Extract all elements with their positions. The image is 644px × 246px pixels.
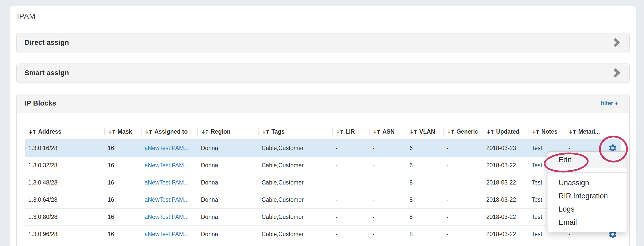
assigned-to-link[interactable]: aNewTestIPAM... [145, 231, 189, 237]
cell-lir: - [332, 196, 369, 203]
cell-updated: 2018-03-22 [483, 162, 528, 169]
table-row[interactable]: 1.3.0.96/28 16 aNewTestIPAM... Donna Cab… [25, 226, 621, 243]
column-header-region[interactable]: ↓↑Region [197, 128, 258, 135]
cell-asn: - [369, 196, 406, 203]
table-row[interactable]: 1.3.0.32/28 16 aNewTestIPAM... Donna Cab… [25, 157, 621, 174]
cell-tags: Cable,Customer [258, 214, 332, 220]
sort-icon: ↓↑ [486, 129, 494, 135]
column-header-lir[interactable]: ↓↑LIR [332, 128, 369, 135]
cell-region: Donna [197, 231, 258, 238]
column-header-address[interactable]: ↓↑Address [25, 128, 104, 135]
cell-vlan: 8 [406, 196, 443, 203]
ip-blocks-panel: IP Blocks filter + ↓↑Address ↓↑Mask ↓↑As… [16, 94, 630, 246]
cell-vlan: 6 [406, 162, 443, 169]
cell-notes: Test [528, 145, 565, 152]
sort-icon: ↓↑ [373, 129, 380, 135]
sort-icon: ↓↑ [28, 129, 36, 135]
ip-blocks-table: ↓↑Address ↓↑Mask ↓↑Assigned to ↓↑Region … [25, 124, 621, 243]
cell-address: 1.3.0.64/28 [25, 196, 104, 203]
cell-mask: 16 [104, 145, 141, 152]
chevron-right-icon [613, 68, 620, 77]
cell-generic: - [443, 214, 483, 220]
sort-icon: ↓↑ [262, 129, 269, 135]
cell-asn: - [369, 145, 406, 152]
column-header-metadata[interactable]: ↓↑Metad... [565, 128, 604, 135]
cell-generic: - [443, 231, 483, 238]
ip-blocks-title: IP Blocks [25, 99, 56, 107]
cell-tags: Cable,Customer [258, 231, 332, 238]
cell-updated: 2018-03-22 [483, 196, 528, 203]
cell-lir: - [332, 162, 369, 169]
cell-mask: 16 [104, 214, 141, 220]
filter-toggle-link[interactable]: filter + [601, 100, 618, 107]
menu-item-email[interactable]: Email [547, 216, 627, 229]
sort-icon: ↓↑ [532, 129, 539, 135]
table-row[interactable]: 1.3.0.16/28 16 aNewTestIPAM... Donna Cab… [25, 139, 621, 157]
ip-blocks-header: IP Blocks filter + [17, 94, 629, 113]
cell-address: 1.3.0.80/28 [25, 214, 104, 220]
menu-item-rir-integration[interactable]: RIR Integration [547, 189, 627, 202]
table-row[interactable]: 1.3.0.80/28 16 aNewTestIPAM... Donna Cab… [25, 208, 621, 226]
page-title: IPAM [17, 12, 35, 20]
cell-mask: 16 [104, 179, 141, 186]
cell-generic: - [443, 196, 483, 203]
sort-icon: ↓↑ [447, 129, 454, 135]
sort-icon: ↓↑ [108, 129, 115, 135]
cell-generic: - [443, 162, 483, 169]
cell-mask: 16 [104, 162, 141, 169]
cell-lir: - [332, 214, 369, 220]
column-header-updated[interactable]: ↓↑Updated [483, 128, 528, 135]
smart-assign-label: Smart assign [25, 69, 69, 77]
smart-assign-panel[interactable]: Smart assign [16, 64, 630, 82]
column-header-generic[interactable]: ↓↑Generic [443, 128, 483, 135]
sort-icon: ↓↑ [145, 129, 152, 135]
cell-mask: 16 [104, 196, 141, 203]
column-header-notes[interactable]: ↓↑Notes [528, 128, 565, 135]
cell-tags: Cable,Customer [258, 162, 332, 169]
row-actions-dropdown-menu: Edit Unassign RIR Integration Logs Email [547, 151, 627, 232]
cell-region: Donna [197, 196, 258, 203]
assigned-to-link[interactable]: aNewTestIPAM... [145, 162, 189, 169]
cell-asn: - [369, 231, 406, 238]
column-header-tags[interactable]: ↓↑Tags [258, 128, 332, 135]
column-header-mask[interactable]: ↓↑Mask [104, 128, 141, 135]
cell-tags: Cable,Customer [258, 145, 332, 152]
table-row[interactable]: 1.3.0.48/28 16 aNewTestIPAM... Donna Cab… [25, 174, 621, 191]
cell-region: Donna [197, 214, 258, 220]
sort-icon: ↓↑ [336, 129, 343, 135]
menu-item-logs[interactable]: Logs [547, 202, 627, 216]
column-header-asn[interactable]: ↓↑ASN [369, 128, 406, 135]
cell-asn: - [369, 214, 406, 220]
cell-metadata: - [565, 145, 604, 152]
assigned-to-link[interactable]: aNewTestIPAM... [145, 145, 189, 151]
column-header-assigned-to[interactable]: ↓↑Assigned to [141, 128, 197, 135]
cell-address: 1.3.0.32/28 [25, 162, 104, 169]
cell-region: Donna [197, 162, 258, 169]
menu-item-edit[interactable]: Edit [547, 152, 627, 168]
assigned-to-link[interactable]: aNewTestIPAM... [145, 214, 189, 220]
menu-group: Unassign RIR Integration Logs Email [547, 173, 627, 229]
cell-vlan: 6 [406, 145, 443, 152]
menu-item-unassign[interactable]: Unassign [547, 176, 627, 189]
table-row[interactable]: 1.3.0.64/28 16 aNewTestIPAM... Donna Cab… [25, 191, 621, 208]
cell-asn: - [369, 162, 406, 169]
assigned-to-link[interactable]: aNewTestIPAM... [145, 179, 189, 186]
cell-address: 1.3.0.48/28 [25, 179, 104, 186]
content-card: IPAM Direct assign Smart assign IP Block… [10, 6, 636, 246]
cell-mask: 16 [104, 231, 141, 238]
cell-address: 1.3.0.16/28 [25, 145, 104, 152]
cell-tags: Cable,Customer [258, 179, 332, 186]
cell-generic: - [443, 145, 483, 152]
cell-region: Donna [197, 145, 258, 152]
direct-assign-panel[interactable]: Direct assign [16, 33, 630, 52]
cell-tags: Cable,Customer [258, 196, 332, 203]
column-header-vlan[interactable]: ↓↑VLAN [406, 128, 443, 135]
cell-updated: 2018-03-23 [483, 145, 528, 152]
direct-assign-label: Direct assign [25, 38, 69, 47]
cell-asn: - [369, 179, 406, 186]
table-header-row: ↓↑Address ↓↑Mask ↓↑Assigned to ↓↑Region … [25, 124, 621, 139]
sort-icon: ↓↑ [568, 129, 576, 135]
assigned-to-link[interactable]: aNewTestIPAM... [145, 196, 189, 203]
cell-vlan: 8 [406, 179, 443, 186]
cell-updated: 2018-03-22 [483, 231, 528, 238]
